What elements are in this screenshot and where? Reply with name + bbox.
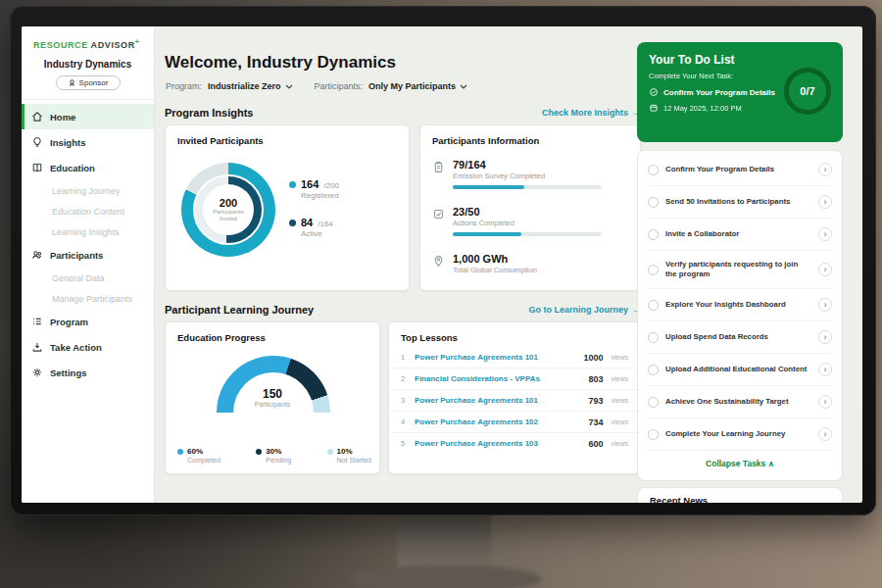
sidebar-item-manage-participants[interactable]: Manage Participants bbox=[22, 288, 154, 309]
task-checkbox[interactable] bbox=[648, 165, 659, 175]
chevron-right-icon[interactable]: › bbox=[818, 163, 832, 176]
chevron-right-icon[interactable]: › bbox=[818, 263, 832, 276]
top-lessons-card: Top Lessons 1 Power Purchase Agreements … bbox=[388, 321, 641, 474]
lesson-link[interactable]: Power Purchase Agreements 101 bbox=[415, 396, 582, 405]
task-checkbox[interactable] bbox=[648, 265, 659, 275]
chevron-right-icon[interactable]: › bbox=[818, 427, 832, 441]
sidebar-item-label: Settings bbox=[50, 368, 86, 378]
lesson-link[interactable]: Financial Considerations - VPPAs bbox=[415, 374, 582, 383]
stat-value: 1,000 GWh bbox=[453, 253, 537, 265]
invited-donut-chart: 200 Participants Invited bbox=[181, 163, 275, 257]
invited-legend: 164 /200 Registered 84 /164 Active bbox=[289, 178, 339, 255]
participants-select[interactable]: Only My Participants bbox=[368, 81, 467, 91]
sidebar-item-general-data[interactable]: General Data bbox=[22, 268, 154, 288]
stat-value: 79/164 bbox=[453, 159, 602, 171]
app-window: RESOURCE ADVISOR+ Industry Dynamics Spon… bbox=[22, 26, 862, 503]
participants-information-card: Participants Information 79/164 Emission… bbox=[419, 124, 641, 291]
sidebar-item-learning-journey[interactable]: Learning Journey bbox=[22, 180, 154, 201]
recent-news-title: Recent News bbox=[650, 495, 708, 503]
chevron-right-icon[interactable]: › bbox=[818, 363, 832, 376]
sidebar-nav: Home Insights Education Learning Journey… bbox=[22, 100, 154, 385]
sidebar-item-program[interactable]: Program bbox=[22, 309, 154, 334]
task-row[interactable]: Invite a Collaborator › bbox=[648, 219, 832, 251]
task-row[interactable]: Send 50 Invitations to Participants › bbox=[648, 186, 832, 219]
legend-item-active: 84 /164 Active bbox=[289, 217, 339, 238]
task-checkbox[interactable] bbox=[648, 229, 659, 240]
chevron-right-icon[interactable]: › bbox=[818, 227, 832, 241]
recent-news-card[interactable]: Recent News bbox=[637, 487, 843, 503]
check-circle-icon bbox=[649, 87, 659, 97]
lesson-row[interactable]: 5 Power Purchase Agreements 103 600 view… bbox=[389, 433, 640, 454]
registered-value: 164 bbox=[301, 178, 318, 190]
chevron-right-icon[interactable]: › bbox=[818, 195, 832, 209]
stat-actions-completed: 23/50 Actions Completed bbox=[432, 206, 602, 236]
lesson-row[interactable]: 2 Financial Considerations - VPPAs 803 v… bbox=[389, 368, 640, 390]
sidebar-item-label: Learning Insights bbox=[52, 227, 120, 237]
task-row[interactable]: Complete Your Learning Journey › bbox=[648, 418, 832, 451]
todo-next-task[interactable]: Confirm Your Program Details bbox=[649, 87, 782, 97]
legend-item-not-started: 10% Not Started bbox=[327, 447, 371, 464]
chevron-right-icon[interactable]: › bbox=[818, 395, 832, 409]
legend-item-registered: 164 /200 Registered bbox=[289, 178, 339, 200]
sponsor-badge[interactable]: Sponsor bbox=[56, 75, 121, 90]
task-checkbox[interactable] bbox=[648, 197, 659, 208]
active-label: Active bbox=[301, 229, 339, 238]
go-to-learning-journey-link[interactable]: Go to Learning Journey → bbox=[528, 305, 641, 315]
sidebar-item-settings[interactable]: Settings bbox=[22, 360, 154, 385]
lesson-row[interactable]: 1 Power Purchase Agreements 101 1000 vie… bbox=[389, 347, 640, 368]
home-icon bbox=[31, 111, 43, 122]
chevron-right-icon[interactable]: › bbox=[818, 330, 832, 344]
link-label: Go to Learning Journey bbox=[528, 305, 628, 315]
participants-select-value: Only My Participants bbox=[368, 81, 456, 91]
actions-progress-bar bbox=[453, 232, 602, 236]
sidebar-item-learning-insights[interactable]: Learning Insights bbox=[22, 221, 154, 242]
task-checkbox[interactable] bbox=[648, 397, 659, 408]
registered-label: Registered bbox=[301, 191, 339, 200]
todo-summary-card: Your To Do List Complete Your Next Task:… bbox=[637, 42, 843, 142]
active-total: /164 bbox=[318, 220, 333, 228]
lesson-link[interactable]: Power Purchase Agreements 101 bbox=[415, 353, 577, 362]
brand-secondary: ADVISOR bbox=[91, 40, 135, 50]
lesson-row[interactable]: 4 Power Purchase Agreements 102 734 view… bbox=[389, 412, 640, 433]
lesson-row[interactable]: 3 Power Purchase Agreements 101 793 view… bbox=[389, 390, 640, 412]
lesson-link[interactable]: Power Purchase Agreements 102 bbox=[415, 417, 582, 426]
sidebar-item-take-action[interactable]: Take Action bbox=[22, 334, 154, 360]
brand-logo: RESOURCE ADVISOR+ bbox=[22, 26, 154, 50]
task-row[interactable]: Confirm Your Program Details › bbox=[648, 154, 832, 186]
education-legend: 60% Completed 30% Pending 10% Not Starte… bbox=[177, 447, 371, 464]
sidebar-item-education[interactable]: Education bbox=[22, 155, 154, 180]
chevron-right-icon[interactable]: › bbox=[818, 298, 832, 312]
map-pin-icon bbox=[432, 255, 445, 268]
completed-dot-icon bbox=[177, 449, 183, 455]
sidebar-item-participants[interactable]: Participants bbox=[22, 242, 154, 268]
sidebar-item-insights[interactable]: Insights bbox=[22, 129, 154, 155]
program-select[interactable]: Industrialize Zero bbox=[208, 81, 293, 91]
task-row[interactable]: Explore Your Insights Dashboard › bbox=[648, 289, 832, 321]
sidebar-item-home[interactable]: Home bbox=[22, 104, 154, 129]
todo-task-list: Confirm Your Program Details › Send 50 I… bbox=[637, 150, 843, 481]
sidebar-item-label: Manage Participants bbox=[52, 294, 132, 304]
org-name: Industry Dynamics bbox=[22, 59, 154, 70]
card-title: Education Progress bbox=[166, 322, 379, 343]
sidebar-item-education-content[interactable]: Education Content bbox=[22, 201, 154, 221]
stat-value: 23/50 bbox=[453, 206, 602, 218]
clipboard-icon bbox=[432, 161, 445, 173]
card-title: Invited Participants bbox=[166, 125, 409, 146]
task-row[interactable]: Upload Additional Educational Content › bbox=[648, 354, 832, 386]
legend-item-pending: 30% Pending bbox=[256, 447, 291, 464]
task-row[interactable]: Verify participants requesting to join t… bbox=[648, 251, 832, 289]
task-checkbox[interactable] bbox=[648, 365, 659, 375]
pending-dot-icon bbox=[256, 449, 262, 455]
task-checkbox[interactable] bbox=[648, 429, 659, 440]
sidebar-item-label: General Data bbox=[52, 273, 105, 283]
check-more-insights-link[interactable]: Check More Insights → bbox=[542, 108, 641, 118]
task-checkbox[interactable] bbox=[648, 332, 659, 343]
lesson-link[interactable]: Power Purchase Agreements 103 bbox=[415, 439, 582, 448]
collapse-tasks-link[interactable]: Collapse Tasks ∧ bbox=[648, 451, 832, 472]
sidebar-item-label: Learning Journey bbox=[52, 186, 121, 196]
participants-filter-label: Participants: bbox=[315, 81, 364, 91]
gauge-label: Participants bbox=[166, 401, 379, 408]
task-checkbox[interactable] bbox=[648, 300, 659, 311]
task-row[interactable]: Upload Spend Data Records › bbox=[648, 321, 832, 354]
task-row[interactable]: Achieve One Sustainability Target › bbox=[648, 386, 832, 418]
